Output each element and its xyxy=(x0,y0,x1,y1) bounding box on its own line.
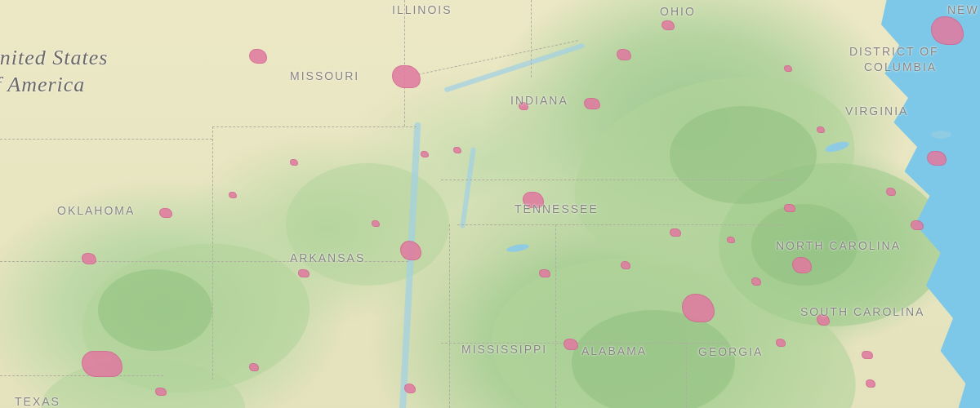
state-label-mississippi: MISSISSIPPI xyxy=(461,343,547,356)
urban-area-chattanooga xyxy=(621,261,630,269)
state-label-south_carolina: SOUTH CAROLINA xyxy=(800,305,924,318)
urban-area-raleigh xyxy=(911,220,924,230)
urban-area-knoxville xyxy=(670,228,681,237)
urban-area-huntsville xyxy=(539,269,550,277)
terrain-elevation xyxy=(98,269,212,351)
urban-area-fayetteville xyxy=(229,192,237,198)
lake xyxy=(931,131,951,139)
state-label-tennessee: TENNESSEE xyxy=(514,202,599,215)
urban-area-louisville xyxy=(584,98,600,109)
urban-area-roanoke xyxy=(817,126,825,133)
state-label-texas: TEXAS xyxy=(15,395,60,408)
urban-area-augusta xyxy=(776,339,786,347)
urban-area-richmond xyxy=(927,151,947,166)
state-label-dc2: COLUMBIA xyxy=(864,60,937,73)
state-label-ohio: OHIO xyxy=(660,5,696,18)
urban-area-shreveport xyxy=(249,363,259,371)
urban-area-charleston-wv xyxy=(784,65,792,72)
urban-area-charleston-sc xyxy=(862,351,873,359)
urban-area-winston xyxy=(784,204,795,212)
urban-area-charlotte xyxy=(792,257,812,273)
state-label-missouri: MISSOURI xyxy=(290,69,359,82)
urban-area-paducah xyxy=(453,147,461,153)
urban-area-tyler xyxy=(155,388,167,396)
state-label-virginia: VIRGINIA xyxy=(845,104,908,118)
state-label-dc1: DISTRICT OF xyxy=(849,45,939,58)
urban-area-springfield xyxy=(290,159,298,166)
terrain-elevation xyxy=(572,310,735,408)
urban-area-jonesboro xyxy=(372,220,380,227)
state-label-indiana: INDIANA xyxy=(510,94,568,107)
map-viewport[interactable]: United States of America ILLINOISOHIONEW… xyxy=(0,0,980,408)
urban-area-kc xyxy=(249,49,267,64)
state-label-georgia: GEORGIA xyxy=(698,345,763,358)
urban-area-okc xyxy=(82,253,96,264)
state-label-arkansas: ARKANSAS xyxy=(290,251,365,264)
state-label-oklahoma: OKLAHOMA xyxy=(57,204,135,217)
urban-area-wilmington xyxy=(886,188,896,196)
urban-area-columbus-small xyxy=(421,151,429,157)
urban-area-asheville xyxy=(727,237,735,243)
urban-area-jackson-ms xyxy=(404,384,416,393)
country-label: United States of America xyxy=(0,45,108,98)
urban-area-birmingham xyxy=(564,339,578,350)
urban-area-indianapolis xyxy=(617,49,631,60)
urban-area-dfw xyxy=(82,351,122,377)
state-label-north_carolina: NORTH CAROLINA xyxy=(776,239,901,252)
state-label-illinois: ILLINOIS xyxy=(392,3,452,16)
state-label-alabama: ALABAMA xyxy=(581,344,647,357)
country-label-line2: of America xyxy=(0,73,85,96)
urban-area-little-rock xyxy=(298,269,310,277)
urban-area-cincinnati xyxy=(662,20,675,30)
urban-area-tulsa xyxy=(159,208,172,218)
urban-area-greenville xyxy=(751,277,761,286)
terrain-forest xyxy=(286,163,449,286)
terrain-elevation xyxy=(670,106,817,204)
urban-area-savannah xyxy=(866,379,875,388)
country-label-line1: United States xyxy=(0,46,108,69)
state-label-new: NEW xyxy=(947,3,979,16)
